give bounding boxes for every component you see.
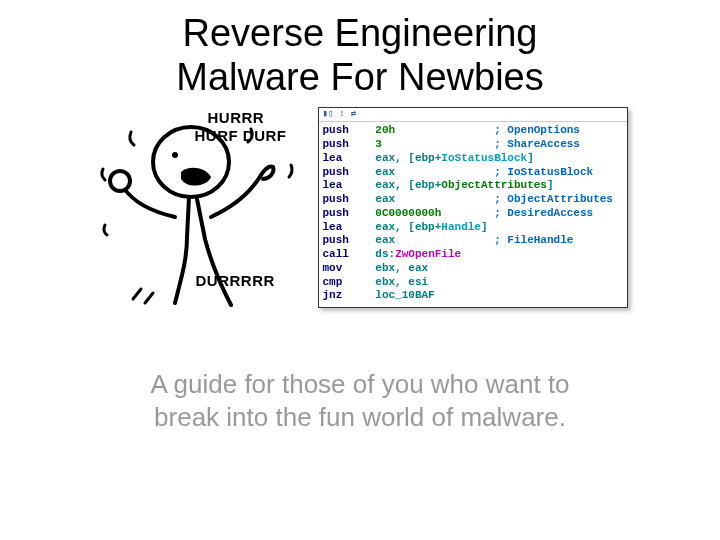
svg-point-1 [172,152,178,158]
toolbar-icon: ▮▯ [323,109,334,120]
toolbar-icon: ↕ [339,109,344,120]
subtitle-line-1: A guide for those of you who want to [50,368,670,401]
asm-line: cmp ebx, esi [323,276,623,290]
asm-line: push eax ; IoStatusBlock [323,166,623,180]
asm-line: push eax ; FileHandle [323,234,623,248]
asm-line: call ds:ZwOpenFile [323,248,623,262]
subtitle-line-2: break into the fun world of malware. [50,401,670,434]
slide-subtitle: A guide for those of you who want to bre… [0,368,720,433]
asm-line: lea eax, [ebp+Handle] [323,221,623,235]
slide-title: Reverse Engineering Malware For Newbies [0,0,720,99]
asm-line: lea eax, [ebp+IoStatusBlock] [323,152,623,166]
asm-line: lea eax, [ebp+ObjectAttributes] [323,179,623,193]
asm-line: jnz loc_10BAF [323,289,623,303]
asm-line: push 3 ; ShareAccess [323,138,623,152]
title-line-2: Malware For Newbies [0,56,720,100]
toolbar-icon: ⇄ [351,109,356,120]
disassembly-toolbar: ▮▯ ↕ ⇄ [319,108,627,122]
content-row: HURRR HURF DURF DURRRRR ▮▯ ↕ ⇄ push 20h … [0,107,720,308]
disassembly-panel: ▮▯ ↕ ⇄ push 20h ; OpenOptionspush 3 ; Sh… [318,107,628,308]
meme-text-3: DURRRRR [196,272,275,289]
asm-line: mov ebx, eax [323,262,623,276]
asm-line: push 0C0000000h ; DesiredAccess [323,207,623,221]
disassembly-body: push 20h ; OpenOptionspush 3 ; ShareAcce… [319,122,627,307]
svg-point-2 [110,171,130,191]
title-line-1: Reverse Engineering [0,12,720,56]
meme-text-1: HURRR [208,109,265,126]
asm-line: push 20h ; OpenOptions [323,124,623,138]
meme-figure: HURRR HURF DURF DURRRRR [93,107,308,307]
asm-line: push eax ; ObjectAttributes [323,193,623,207]
meme-text-2: HURF DURF [195,127,287,144]
